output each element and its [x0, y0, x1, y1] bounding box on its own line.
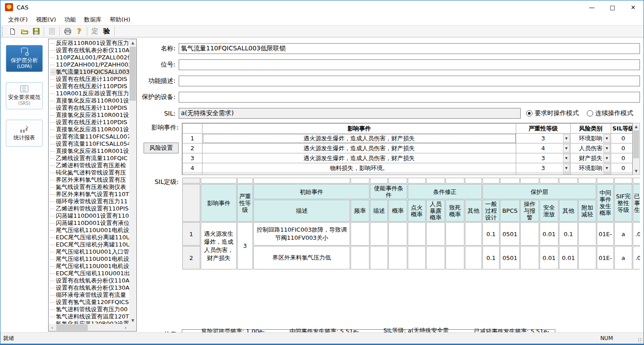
scroll-up-icon[interactable]: ▲ [633, 123, 639, 130]
chevron-down-icon[interactable]: ▼ [603, 144, 610, 152]
sidebar-item-stats[interactable]: 统计报表 [6, 120, 43, 147]
impact-table-scrollbar[interactable]: ▲ ▼ [633, 123, 640, 175]
protected-equipment-input[interactable] [179, 92, 640, 103]
list-item[interactable]: 氢气进料管线设置有压力00 [50, 306, 129, 313]
op-alarm-cell[interactable] [520, 246, 539, 269]
other-cell[interactable]: 0.01 [559, 246, 578, 269]
fatality-cell[interactable] [446, 222, 464, 246]
list-item[interactable]: 尾气压缩机110U001电机设 [50, 255, 129, 263]
resize-grip[interactable] [638, 338, 642, 342]
list-item[interactable]: EDC尾气压缩机分离罐110U [50, 234, 129, 241]
list-item[interactable]: 设置有在线氧表分析仪110A [50, 47, 129, 54]
list-item[interactable]: 氮气线设置有压差检测仪表 [50, 184, 129, 191]
other-cell[interactable]: 0.1 [559, 222, 578, 246]
list-item[interactable]: 设置有氢气流量120FFQICS [50, 299, 129, 306]
scroll-down-icon[interactable]: ▼ [633, 168, 639, 175]
menu-item[interactable]: 帮助(H) [106, 14, 135, 25]
save-button[interactable] [30, 26, 42, 37]
scroll-down-icon[interactable]: ▼ [129, 317, 136, 324]
list-item[interactable]: 设置有在线氧表分析仪130A [50, 284, 129, 291]
sidebar-item-srs[interactable]: 安全要求规范 (SRS) [6, 82, 43, 109]
list-item[interactable]: 循环母液管线设置有压力11 [50, 198, 129, 205]
scroll-right-icon[interactable]: › [122, 324, 129, 331]
toolbar-grip[interactable] [2, 27, 4, 36]
ignition-cell[interactable] [408, 222, 426, 246]
menu-item[interactable]: 视图(V) [32, 14, 60, 25]
list-item[interactable]: 设置有在线氧表分析仪110A [50, 277, 129, 284]
category-cell[interactable]: 财产损失▼ [571, 173, 611, 175]
op-alarm-cell[interactable] [520, 222, 539, 246]
event-cell[interactable]: 遇火源发生爆炸，造成人员伤害，财产损失 [203, 143, 516, 153]
list-item[interactable]: 直接氯化反应器110R001设 [50, 148, 129, 155]
severity-cell[interactable]: 3▼ [516, 163, 571, 173]
list-item[interactable]: 设置有在线压差计110PDIS [50, 76, 129, 83]
tag-input[interactable] [179, 59, 640, 70]
list-item[interactable]: 界区外来料氯气线设置有压 [50, 176, 129, 184]
chevron-down-icon[interactable]: ▼ [563, 164, 570, 172]
list-item[interactable]: 氢气进料线设置有温度120T [50, 313, 129, 320]
function-desc-input[interactable] [179, 76, 640, 86]
exposure-cell[interactable] [426, 246, 445, 269]
help-button[interactable]: ? [73, 26, 85, 37]
list-item[interactable]: 循环液母液管线设置有流量 [50, 291, 129, 299]
other-cell[interactable] [465, 222, 482, 246]
risk-settings-button[interactable]: 风险设置 [144, 143, 179, 153]
maximize-button[interactable]: □ [602, 0, 623, 14]
category-cell[interactable]: 环境影响▼ [571, 134, 611, 143]
general-design-cell[interactable]: 0.1 [482, 246, 500, 269]
list-item[interactable]: 氧氯化反应器120R002设置 [50, 320, 129, 324]
severity-cell[interactable]: 4▼ [516, 143, 571, 153]
list-item[interactable]: 110PZAHH001/PZAHH002高 [50, 61, 129, 68]
list-item[interactable]: 设置有在线压差计110PDIS [50, 104, 129, 112]
list-item[interactable]: 设置有在线压差计110PDIS [50, 83, 129, 90]
bpcs-cell[interactable]: 0501 [500, 222, 520, 246]
prob-cell[interactable] [388, 246, 407, 269]
name-input[interactable] [179, 43, 640, 54]
chevron-down-icon[interactable]: ▼ [603, 154, 610, 162]
list-item[interactable]: 直接氯化反应器110R001设 [50, 126, 129, 133]
scroll-thumb[interactable] [56, 324, 88, 331]
close-button[interactable]: ✕ [623, 0, 644, 14]
list-item[interactable]: 乙烯线设置有流量110FQIC [50, 155, 129, 162]
list-item[interactable]: EDC尾气压缩机110U001出 [50, 270, 129, 277]
list-item[interactable]: 尾气压缩机110U001电机设 [50, 263, 129, 270]
list-item[interactable]: EDC尾气压缩机分离罐110U [50, 241, 129, 248]
list-item[interactable]: 闪蒸罐110D001设置有110L [50, 212, 129, 220]
chevron-down-icon[interactable]: ▼ [563, 174, 570, 175]
fatality-cell[interactable] [446, 246, 464, 269]
freq-cell[interactable] [351, 222, 369, 246]
relief-cell[interactable]: 0.01 [540, 246, 558, 269]
yan-button[interactable]: 验 [101, 26, 113, 37]
scroll-thumb[interactable] [130, 47, 136, 101]
initial-event-desc-cell[interactable]: 界区外来料氯气压力低 [253, 246, 350, 269]
severity-cell[interactable]: 3▼ [516, 153, 571, 163]
list-item[interactable]: 反应器110R001设置有压力 [50, 40, 129, 47]
event-cell[interactable]: 遇火源发生爆炸，造成人员伤害，财产损失 [203, 134, 516, 143]
event-cell[interactable]: 遇火源发生爆炸，造成人员伤害，财产损失 [203, 153, 516, 163]
ignition-cell[interactable] [408, 246, 426, 269]
list-item[interactable]: 设置有在线压差计110PDIS [50, 119, 129, 126]
open-file-button[interactable] [18, 26, 30, 37]
list-item[interactable]: 尾气压缩机110U001入口管 [50, 248, 129, 255]
list-item[interactable]: 设置有流量110FICSALL007 [50, 133, 129, 140]
minimize-button[interactable]: — [581, 0, 602, 14]
list-item[interactable]: 乙烯进料管线设置有压差检 [50, 162, 129, 169]
relief-cell[interactable]: 0.01 [540, 222, 558, 246]
list-item[interactable]: 钝化氮气进料管线设置有压 [50, 169, 129, 176]
chevron-down-icon[interactable]: ▼ [603, 174, 610, 175]
new-file-button[interactable] [7, 26, 18, 37]
list-item[interactable]: 110R001反应器设置有压力 [50, 90, 129, 97]
print-button[interactable] [62, 26, 73, 37]
freq-cell[interactable] [351, 246, 369, 269]
scroll-up-icon[interactable]: ▲ [129, 39, 136, 46]
chevron-down-icon[interactable]: ▼ [603, 134, 610, 143]
other-cell[interactable] [465, 246, 482, 269]
bpcs-cell[interactable]: 0501 [500, 246, 520, 269]
list-item[interactable]: 氯气流量110FQICSALL003 [50, 68, 129, 76]
enable-desc-cell[interactable] [370, 246, 388, 269]
chevron-down-icon[interactable]: ▼ [563, 144, 570, 152]
chevron-down-icon[interactable]: ▼ [603, 164, 610, 172]
scroll-left-icon[interactable]: ‹ [49, 324, 56, 331]
impact-event-cell[interactable]: 遇火源发生爆炸，造成人员伤害，财产损失 [201, 222, 237, 269]
list-item[interactable]: 直接氯化反应器110R001设 [50, 97, 129, 104]
